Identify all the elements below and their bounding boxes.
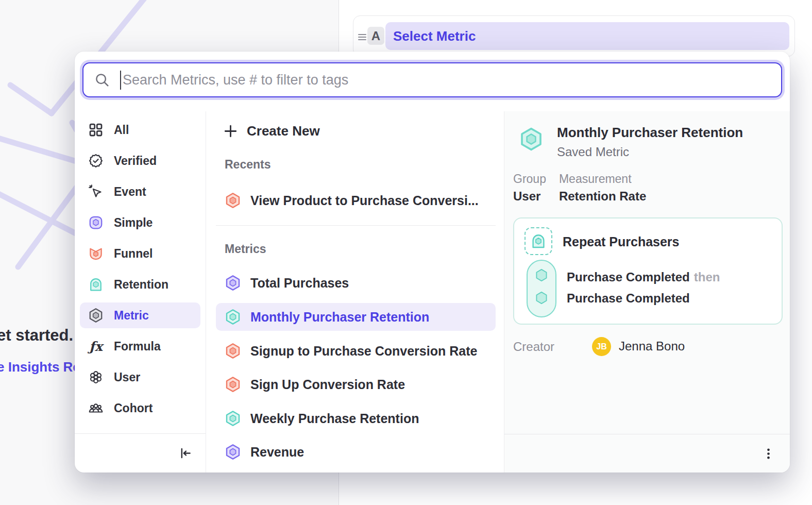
kebab-menu-icon [762,447,775,461]
group-value: User [513,189,546,204]
search-icon [94,72,110,88]
cohort-icon [88,400,104,416]
metric-hexagon-icon [224,274,242,292]
sidebar-item-retention[interactable]: Retention [80,272,200,297]
metric-item-label: Monthly Purchaser Retention [250,310,429,325]
sidebar-item-label: Formula [114,340,161,354]
group-field: Group User [513,172,546,204]
event-cursor-icon [88,183,104,200]
sidebar-item-event[interactable]: Event [80,179,200,205]
measurement-label: Measurement [559,172,646,186]
recents-section-label: Recents [225,158,270,172]
section-divider [216,225,496,226]
collapse-icon [178,446,193,461]
sidebar-item-verified[interactable]: Verified [80,148,200,174]
grid-icon [88,122,104,138]
category-list: All Verified Event Simple [75,111,206,421]
retention-metric-hexagon-icon [224,410,242,427]
metric-query-row-card: A Select Metric [353,15,795,57]
user-icon [88,369,104,385]
text-cursor [120,71,121,90]
sidebar-item-metric[interactable]: Metric [80,302,200,328]
retention-metric-hexagon-icon [224,308,242,326]
sidebar-item-simple[interactable]: Simple [80,210,200,235]
sidebar-item-label: Retention [114,278,168,292]
funnel-metric-hexagon-icon [224,376,242,393]
metric-list-item[interactable]: Total Purchases [216,269,496,297]
metric-item-label: Revenue [250,445,304,460]
get-started-text: et started. [0,326,73,345]
metric-hexagon-icon [224,443,242,461]
event-step-capsule [527,260,556,317]
metric-list-item[interactable]: Weekly Purchase Retention [216,405,496,432]
modal-body: All Verified Event Simple [75,111,790,473]
detail-footer [504,434,790,473]
simple-icon [88,214,104,231]
formula-icon: ƒx [88,338,104,355]
metric-item-label: Signup to Purchase Conversion Rate [250,344,477,359]
insights-report-link[interactable]: e Insights Re [0,359,80,375]
select-metric-label: Select Metric [393,28,476,44]
measurement-field: Measurement Retention Rate [559,172,646,204]
category-sidebar: All Verified Event Simple [75,111,206,473]
metric-list-item[interactable]: Signup to Purchase Conversion Rate [216,337,496,365]
sidebar-item-label: Simple [114,216,153,230]
verified-seal-icon [88,153,104,169]
measurement-value: Retention Rate [559,189,646,204]
metric-item-label: Sign Up Conversion Rate [250,377,405,392]
sidebar-item-cohort[interactable]: Cohort [80,395,200,421]
collapse-sidebar-button[interactable] [178,446,193,461]
sidebar-item-label: Verified [114,154,157,168]
metrics-section-label: Metrics [225,242,266,256]
search-input[interactable] [123,72,770,88]
row-letter-badge: A [367,27,384,45]
sidebar-item-label: Event [114,185,146,199]
search-bar [82,62,782,97]
metric-list-panel: Create New Recents View Product to Purch… [207,111,504,473]
more-options-button[interactable] [762,447,775,461]
funnel-metric-hexagon-icon [224,192,242,209]
create-new-label: Create New [247,123,320,139]
metric-hexagon-icon [88,307,104,324]
metric-item-label: View Product to Purchase Conversi... [250,193,479,208]
plus-icon [223,124,238,139]
funnel-metric-hexagon-icon [224,342,242,360]
sidebar-item-formula[interactable]: ƒx Formula [80,333,200,359]
detail-title: Monthly Purchaser Retention [557,125,743,141]
retention-definition-icon [525,227,552,255]
sidebar-item-label: All [114,123,129,137]
sidebar-item-label: User [114,371,140,384]
drag-handle-icon[interactable] [356,30,368,43]
create-new-button[interactable]: Create New [223,118,320,144]
step-event-name: Purchase Completed [567,270,690,284]
sidebar-item-all[interactable]: All [80,117,200,143]
creator-name: Jenna Bono [619,339,685,354]
creator-avatar: JB [592,337,611,356]
funnel-icon [88,245,104,262]
recent-metric-item[interactable]: View Product to Purchase Conversi... [216,187,496,214]
retention-icon [88,276,104,293]
metric-list-item[interactable]: Revenue [216,438,496,466]
event-hexagon-icon [534,291,549,305]
sidebar-item-label: Cohort [114,401,153,415]
metric-item-label: Weekly Purchase Retention [250,411,419,426]
event-hexagon-icon [534,268,549,282]
sidebar-item-label: Funnel [114,247,153,261]
sidebar-footer [75,433,206,473]
saved-metric-hexagon-icon [519,127,544,152]
metric-detail-panel: Monthly Purchaser Retention Saved Metric… [504,111,790,473]
definition-step: Purchase Completed [567,291,690,306]
detail-type-label: Saved Metric [557,145,629,159]
group-label: Group [513,172,546,186]
definition-name: Repeat Purchasers [563,234,680,249]
app-background: et started. e Insights Re A Select Metri… [0,0,812,505]
metric-list-item-selected[interactable]: Monthly Purchaser Retention [216,303,496,331]
sidebar-item-funnel[interactable]: Funnel [80,241,200,266]
metric-item-label: Total Purchases [250,276,349,291]
step-event-name: Purchase Completed [567,291,690,305]
sidebar-item-user[interactable]: User [80,364,200,390]
detail-fields: Group User Measurement Retention Rate [513,172,646,204]
metric-list-item[interactable]: Sign Up Conversion Rate [216,371,496,398]
select-metric-button[interactable]: Select Metric [385,22,789,50]
step-connector: then [694,270,720,284]
